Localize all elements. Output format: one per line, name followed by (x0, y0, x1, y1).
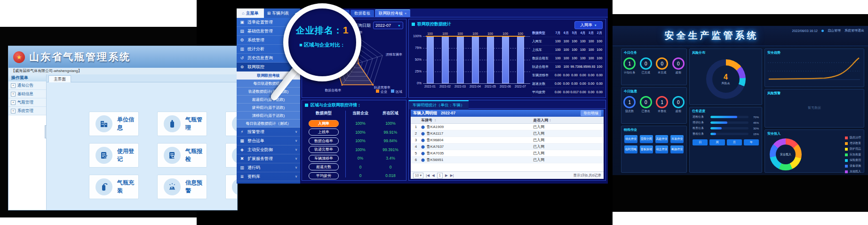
submenu-item-5[interactable]: 漂移统计(基于运政) (237, 112, 300, 120)
sidebar-item-3[interactable]: +系统管理 (8, 107, 46, 115)
metric-button-轨迹完整率[interactable]: 轨迹完整率 (309, 146, 339, 153)
tile-cylinder[interactable]: 气瓶管理 (157, 112, 207, 136)
sidebar-item-0[interactable]: +通知公告 (8, 81, 46, 90)
menu-icon: ⚙ (239, 38, 245, 42)
stats-cell: 100 (570, 56, 579, 60)
stats-cell: 100 (595, 65, 604, 68)
prev-page-button[interactable]: ◀ (432, 173, 435, 177)
user-dot-icon (821, 30, 824, 32)
operation-button-高处作业[interactable]: 高处作业 (655, 135, 669, 143)
stats-cell: 100 (595, 56, 604, 60)
metric-button-平均疲劳[interactable]: 平均疲劳 (309, 172, 339, 179)
menu-item-b2[interactable]: ◈主动安全防御∨ (237, 145, 300, 154)
operation-button-动火作业[interactable]: 动火作业 (624, 135, 637, 143)
expand-icon[interactable]: + (11, 109, 16, 113)
table-row-鲁KA1117[interactable]: 2⬤鲁KA1117已入网 (411, 130, 604, 137)
sidebar-item-2[interactable]: +气瓶管理 (8, 98, 46, 107)
period-button-日[interactable]: 日 (693, 139, 708, 145)
period-button-周[interactable]: 周 (709, 139, 725, 145)
menu-item-b1[interactable]: ▦整合运单∨ (237, 137, 300, 145)
expand-icon[interactable]: + (11, 100, 16, 105)
stats-cell: 0.00 (595, 73, 604, 77)
left-sidebar: 操作菜单 +通知公告+基础信息+气瓶管理+系统管理 (8, 74, 47, 210)
current-page[interactable]: 1 (437, 173, 443, 178)
investment-donut-chart: 安全投入 (770, 138, 802, 170)
tile-building[interactable]: 单位信息 (89, 112, 139, 136)
chevron-down-icon: ∨ (295, 166, 297, 169)
screenshot-stage: 安全生产监管系统 2022/06/03 16:12 启山管理 系统管理退出 今日… (0, 0, 868, 225)
stats-col-header: 7月 (554, 31, 562, 35)
detail-row-轨迹完整率: 轨迹完整率100%99.391% (302, 145, 406, 154)
bar-value: 100 (483, 32, 497, 35)
stats-col-header: 6月 (562, 31, 571, 35)
tile-fill[interactable]: 气瓶充装 (89, 175, 139, 199)
export-button[interactable]: 导出明细 (581, 110, 601, 116)
period-button-年[interactable]: 年 (744, 139, 759, 145)
tile-partial-2[interactable] (225, 175, 238, 199)
page-size-select[interactable]: 10 ▾ (413, 173, 423, 178)
tile-partial-1[interactable] (225, 143, 238, 168)
col-plate[interactable]: 车牌号 ↕ (421, 118, 533, 123)
submenu-item-2[interactable]: 轨迹数据统计(基于运政) (237, 88, 300, 96)
col-status[interactable]: 是否入网 ↕ (533, 118, 604, 123)
metric-select[interactable]: 入网率▼ (574, 21, 603, 29)
metric-button-上线率[interactable]: 上线率 (309, 129, 339, 136)
submenu-item-4[interactable]: 疲劳统计(基于运政) (237, 104, 300, 112)
last-page-button[interactable]: ▶| (450, 173, 454, 177)
ring-gauge-已完成: 0已完成 (640, 57, 652, 75)
operation-button-断路作业[interactable]: 断路作业 (670, 145, 684, 153)
tab-home[interactable]: 主界面 (48, 75, 71, 82)
table-row-鲁K96804[interactable]: 3⬤鲁K96804已入网 (411, 137, 604, 144)
metric-button-车辆漂移率[interactable]: 车辆漂移率 (309, 155, 339, 162)
tab-vehicle-stats[interactable]: 车辆明细统计（单位：车辆） (409, 100, 469, 109)
panel-title: 联网联控数据统计 (417, 21, 451, 27)
panel-task-progress: 任务进度 巡检任务70%培训任务45%检查任务30%整改任务15% 日周月年 (689, 107, 762, 173)
ring-gauge-超期: 0超期 (672, 57, 685, 75)
y-tick-label: 0% (411, 81, 422, 85)
metric-button-数据合格率[interactable]: 数据合格率 (309, 137, 339, 145)
main-tab-3[interactable]: 联网联控考核× (375, 9, 410, 17)
region-value: 100% (375, 121, 406, 126)
table-row-鲁KA7637[interactable]: 4⬤鲁KA7637已入网 (411, 144, 604, 150)
company-value: 100% (345, 130, 375, 135)
sidebar-item-1[interactable]: +基础信息 (8, 90, 46, 98)
menu-item-b0[interactable]: ⚡报警管理∨ (237, 128, 300, 137)
tile-inspect[interactable]: 气瓶报检 (157, 143, 207, 168)
submenu-item-6[interactable]: 每日轨迹数据统计（测试） (237, 120, 300, 128)
main-tab-2[interactable]: 数据看板 (350, 10, 374, 17)
next-page-button[interactable]: ▶ (445, 173, 448, 177)
operation-button-动土作业[interactable]: 动土作业 (655, 145, 669, 153)
tile-alert[interactable]: 信息预警 (157, 175, 207, 199)
tile-register[interactable]: 使用登记 (89, 143, 139, 168)
logout-link[interactable]: 系统管理退出 (844, 28, 864, 33)
metric-button-超速次数[interactable]: 超速次数 (309, 163, 339, 170)
detail-row-入网率: 入网率100%100% (302, 119, 406, 128)
operation-button-临时用电[interactable]: 临时用电 (624, 145, 637, 153)
close-icon[interactable]: × (405, 12, 406, 15)
table-row-鲁KA7035[interactable]: 5⬤鲁KA7035已入网 (411, 150, 604, 157)
metric-button-入网率[interactable]: 入网率 (309, 120, 339, 127)
period-button-月[interactable]: 月 (727, 139, 742, 145)
operation-button-受限空间[interactable]: 受限空间 (640, 135, 653, 143)
national-emblem-icon: ★ (13, 51, 25, 63)
legend-item-应急救援: 应急救援 (845, 153, 861, 157)
ring-gauge-未完成: 0未完成 (656, 57, 668, 75)
tab-main-menu[interactable]: ⌂主菜单 (237, 8, 264, 18)
menu-item-b5[interactable]: ≣资料库∨ (237, 172, 300, 181)
tile-partial-0[interactable] (225, 112, 238, 136)
menu-item-b4[interactable]: ▥通行码∨ (237, 163, 300, 172)
operation-button-吊装作业[interactable]: 吊装作业 (670, 135, 684, 143)
table-row-鲁KA1909[interactable]: 1⬤鲁KA1909已入网 (411, 124, 604, 130)
submenu-item-3[interactable]: 超速统计(基于运政) (237, 96, 300, 104)
menu-item-b3[interactable]: ✖扩展服务管理∨ (237, 154, 300, 163)
table-row-鲁K56951[interactable]: 6⬤鲁K56951已入网 (411, 157, 604, 163)
expand-icon[interactable]: + (11, 92, 16, 96)
expand-icon[interactable]: + (11, 83, 16, 88)
user-name[interactable]: 启山管理 (828, 28, 841, 33)
first-page-button[interactable]: |◀ (426, 173, 430, 177)
region-value: 99.84% (375, 138, 406, 143)
tab-vehicle-list[interactable]: ⊞车辆列表 (264, 8, 292, 18)
panel-title: 今日任务 (621, 49, 686, 55)
operation-button-盲板抽堵[interactable]: 盲板抽堵 (640, 145, 653, 153)
query-date-select[interactable]: 2022-07▼ (373, 22, 403, 29)
